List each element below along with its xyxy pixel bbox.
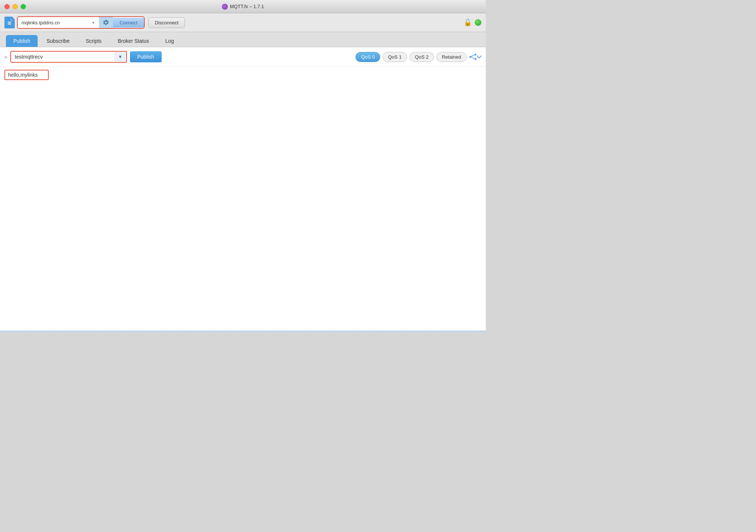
file-icon bbox=[4, 17, 15, 28]
tab-scripts[interactable]: Scripts bbox=[78, 35, 109, 47]
broker-dropdown-arrow-icon: ▼ bbox=[92, 21, 95, 25]
connection-status-dot bbox=[475, 19, 481, 26]
connect-button[interactable]: Connect bbox=[113, 18, 144, 28]
app-icon bbox=[222, 4, 228, 10]
svg-rect-0 bbox=[8, 22, 11, 23]
share-button[interactable] bbox=[469, 53, 481, 60]
maximize-button[interactable] bbox=[21, 4, 26, 9]
tab-broker-status[interactable]: Broker Status bbox=[110, 35, 157, 47]
lock-icon: 🔓 bbox=[464, 18, 472, 27]
connection-left: mqlinks.tpddns.cn ▼ Connect Disconnect bbox=[4, 16, 185, 29]
minimize-button[interactable] bbox=[13, 4, 18, 9]
title-bar: MQTT.fx – 1.7.1 bbox=[0, 0, 486, 13]
main-content: » ▼ Publish QoS 0 QoS 1 QoS 2 Retained bbox=[0, 47, 486, 331]
tab-subscribe[interactable]: Subscribe bbox=[39, 35, 77, 47]
broker-selector[interactable]: mqlinks.tpddns.cn ▼ bbox=[18, 18, 99, 28]
qos2-button[interactable]: QoS 2 bbox=[409, 52, 434, 62]
broker-connection-group: mqlinks.tpddns.cn ▼ Connect bbox=[17, 16, 145, 29]
broker-address: mqlinks.tpddns.cn bbox=[21, 20, 90, 25]
message-area: hello,mylinks bbox=[0, 67, 486, 331]
qos1-button[interactable]: QoS 1 bbox=[382, 52, 407, 62]
qos-group: QoS 0 QoS 1 QoS 2 Retained bbox=[355, 52, 481, 62]
app-title: MQTT.fx – 1.7.1 bbox=[222, 4, 264, 10]
settings-button[interactable] bbox=[99, 17, 113, 28]
tab-publish[interactable]: Publish bbox=[6, 35, 38, 47]
svg-point-5 bbox=[475, 58, 477, 60]
retained-button[interactable]: Retained bbox=[436, 52, 467, 62]
qos0-button[interactable]: QoS 0 bbox=[355, 52, 380, 62]
topic-input[interactable] bbox=[11, 52, 114, 62]
svg-point-3 bbox=[470, 56, 471, 58]
svg-line-6 bbox=[471, 55, 475, 56]
publish-toolbar: » ▼ Publish QoS 0 QoS 1 QoS 2 Retained bbox=[0, 47, 486, 67]
svg-rect-1 bbox=[8, 23, 11, 24]
status-icons: 🔓 bbox=[464, 18, 481, 27]
topic-group: ▼ bbox=[10, 51, 127, 63]
publish-button[interactable]: Publish bbox=[130, 51, 162, 62]
expand-icon: » bbox=[4, 54, 7, 60]
close-button[interactable] bbox=[4, 4, 10, 9]
svg-line-7 bbox=[471, 57, 475, 59]
window-controls bbox=[4, 4, 26, 9]
connection-bar: mqlinks.tpddns.cn ▼ Connect Disconnect 🔓 bbox=[0, 13, 486, 32]
svg-rect-2 bbox=[8, 24, 11, 25]
tab-log[interactable]: Log bbox=[158, 35, 181, 47]
svg-point-4 bbox=[475, 54, 477, 56]
tab-bar: Publish Subscribe Scripts Broker Status … bbox=[0, 32, 486, 47]
message-body[interactable]: hello,mylinks bbox=[4, 70, 49, 80]
topic-dropdown-button[interactable]: ▼ bbox=[114, 52, 126, 62]
disconnect-button[interactable]: Disconnect bbox=[148, 17, 185, 28]
status-bar bbox=[0, 331, 486, 332]
